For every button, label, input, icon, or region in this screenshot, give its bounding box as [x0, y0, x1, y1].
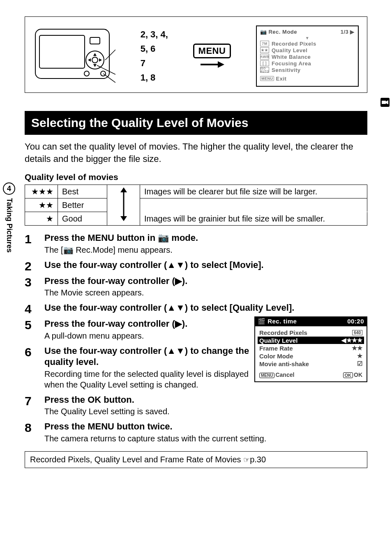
svg-point-9 [84, 71, 89, 76]
step-number: 5 [25, 318, 37, 343]
diagram-callouts: 2, 3, 4, 5, 6 7 1, 8 [141, 27, 168, 85]
camera-back-illustration [33, 25, 115, 87]
svg-marker-20 [120, 216, 127, 221]
step-number: 8 [25, 421, 37, 445]
lcd-item-white-balance: White Balance [272, 54, 311, 60]
step-5-note: A pull-down menu appears. [44, 330, 249, 341]
step-6: 6 Use the four-way controller (▲▼) to ch… [25, 345, 249, 392]
lcd-icon-7m: 7M [260, 41, 269, 46]
xref-text: Recorded Pixels, Quality Level and Frame… [30, 455, 243, 464]
pointer-icon: ☞ [243, 456, 250, 464]
lcd-item-sensitivity: Sensitivity [272, 67, 301, 73]
step-7-note: The Quality Level setting is saved. [44, 406, 367, 417]
step-6-note: Recording time for the selected quality … [44, 369, 249, 390]
svg-marker-17 [386, 100, 388, 104]
lcd-menu-tag: MENU [260, 76, 274, 81]
step-3: 3 Press the four-way controller (▶). The… [25, 275, 367, 300]
mini-row-anti-shake: Movie anti-shake [259, 360, 309, 367]
camera-icon: 📷 [260, 29, 267, 35]
svg-marker-6 [99, 58, 102, 62]
mini-val-2star: ★★ [352, 344, 362, 352]
section-heading: Selecting the Quality Level of Movies [25, 111, 367, 135]
qtable-word-good: Good [58, 212, 107, 226]
chapter-number-badge: 4 [3, 182, 15, 195]
svg-marker-4 [93, 64, 97, 67]
svg-marker-5 [88, 58, 91, 62]
mini-cancel: Cancel [275, 372, 294, 378]
mini-menu-tag: MENU [259, 373, 274, 378]
step-1: 1 Press the MENU button in 📷 mode. The [… [25, 232, 367, 257]
mini-ok-tag: OK [343, 372, 353, 378]
lcd-movie-screen: 🎬 Rec. time 00:20 Recorded Pixels640 Qua… [254, 316, 367, 382]
step-number: 3 [25, 275, 37, 300]
lcd-page-indicator: 1/3 [341, 29, 349, 35]
step-8-title: Press the MENU button twice. [44, 421, 367, 432]
step-number: 7 [25, 394, 37, 419]
lcd-item-recorded-pixels: Recorded Pixels [272, 41, 316, 47]
mini-ok: OK [354, 372, 362, 378]
camera-diagram-box: 2, 3, 4, 5, 6 7 1, 8 MENU 📷 Rec. Mode 1/… [25, 16, 367, 93]
callout-line-4: 1, 8 [141, 70, 168, 85]
callout-line-3: 7 [141, 56, 168, 70]
step-8: 8 Press the MENU button twice. The camer… [25, 421, 367, 445]
mini-val-640: 640 [352, 330, 362, 335]
step-2: 2 Use the four-way controller (▲▼) to se… [25, 259, 367, 273]
mini-row-quality-level: Quality Level [259, 337, 297, 344]
svg-rect-1 [39, 35, 85, 68]
side-tab: 4 Taking Pictures [1, 182, 17, 253]
qtable-desc-top: Images will be clearer but file size wil… [140, 185, 367, 198]
lcd-item-focusing-area: Focusing Area [272, 60, 311, 67]
qtable-desc-bottom: Images will be grainier but file size wi… [140, 212, 367, 226]
qtable-word-best: Best [58, 185, 107, 198]
mini-row-color-mode: Color Mode [259, 353, 293, 360]
mini-row-recorded-pixels: Recorded Pixels [259, 329, 307, 336]
camera-icon: 📷 [158, 233, 169, 243]
qtable-stars-1: ★ [25, 212, 58, 226]
mini-lcd-time: 00:20 [347, 318, 364, 325]
step-7-title: Press the OK button. [44, 394, 367, 406]
vertical-arrow-icon [119, 187, 129, 221]
svg-line-12 [97, 65, 115, 74]
step-number: 1 [25, 232, 37, 257]
step-5: 5 Press the four-way controller (▶). A p… [25, 318, 249, 343]
quality-level-table: ★★★ Best Images will be clearer but file… [25, 185, 367, 226]
mini-val-1star: ★ [357, 352, 362, 360]
lcd-icon-stars: ★★ [260, 47, 269, 53]
lcd-title: Rec. Mode [268, 29, 297, 35]
mini-val-check: ☑ [357, 360, 362, 367]
lcd-icon-iso: ISO AUTO [260, 67, 269, 73]
intro-paragraph: You can set the quality level of movies.… [25, 141, 367, 165]
lcd-item-quality-level: Quality Level [272, 47, 307, 53]
xref-page: p.30 [250, 455, 266, 464]
lcd-exit-label: Exit [276, 76, 286, 82]
lcd-rec-mode-screen: 📷 Rec. Mode 1/3 ▶ ▼ 7MRecorded Pixels ★★… [256, 25, 359, 87]
mini-lcd-title: Rec. time [267, 318, 297, 325]
callout-line-1: 2, 3, 4, [141, 27, 168, 42]
cross-reference-box: Recorded Pixels, Quality Level and Frame… [25, 451, 367, 468]
chapter-label: Taking Pictures [5, 198, 14, 253]
arrow-right-icon [200, 61, 224, 68]
svg-line-11 [105, 50, 115, 60]
step-3-note: The Movie screen appears. [44, 287, 367, 298]
qtable-word-better: Better [58, 198, 107, 212]
table-heading: Quality level of movies [25, 172, 367, 182]
step-8-note: The camera returns to capture status wit… [44, 433, 367, 444]
svg-rect-0 [35, 29, 109, 78]
step-number: 6 [25, 345, 37, 392]
step-3-title: Press the four-way controller (▶). [44, 275, 367, 287]
movie-mode-icon [380, 98, 390, 107]
step-4-title: Use the four-way controller (▲▼) to sele… [44, 302, 367, 314]
step-1-title: Press the MENU button in 📷 mode. [44, 232, 367, 244]
svg-rect-16 [382, 101, 386, 104]
step-number: 4 [25, 302, 37, 316]
svg-rect-8 [90, 37, 100, 44]
svg-point-7 [92, 57, 98, 63]
step-4: 4 Use the four-way controller (▲▼) to se… [25, 302, 367, 316]
step-6-title: Use the four-way controller (▲▼) to chan… [44, 345, 249, 368]
step-7: 7 Press the OK button. The Quality Level… [25, 394, 367, 419]
lcd-icon-awb: AWB [260, 54, 269, 60]
qtable-stars-3: ★★★ [25, 185, 58, 198]
lcd-icon-focus: [ ] [260, 60, 269, 66]
step-5-title: Press the four-way controller (▶). [44, 318, 249, 330]
menu-arrow-column: MENU [193, 44, 231, 68]
